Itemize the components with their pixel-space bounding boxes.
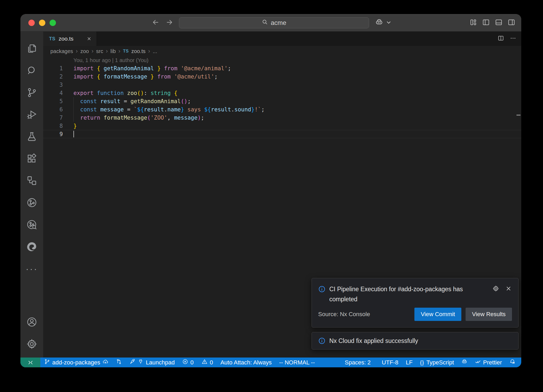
notification-message: Nx Cloud fix applied successfully [329,337,418,345]
formatter-label: Prettier [483,359,502,366]
code-content: } [73,123,77,129]
copilot-icon [461,359,467,366]
split-editor-icon[interactable] [497,35,504,43]
text-cursor [73,131,74,137]
notification-message: CI Pipeline Execution for #add-zoo-packa… [329,284,483,304]
auto-attach-label: Auto Attach: Always [220,359,272,366]
code-content: const result = getRandomAnimal(); [73,98,191,104]
minimize-window-button[interactable] [39,20,45,26]
launchpad-status[interactable]: Launchpad [126,358,178,367]
info-icon [318,337,326,345]
encoding-status[interactable]: UTF-8 [378,358,402,367]
copilot-status[interactable] [458,358,471,367]
back-arrow-icon[interactable] [152,18,160,27]
line-number[interactable]: 7 [43,115,73,121]
code-line[interactable]: 6 const message = `${result.name} says $… [43,105,521,114]
line-number[interactable]: 8 [43,123,73,129]
notification-center: CI Pipeline Execution for #add-zoo-packa… [312,278,519,350]
breadcrumb-separator: › [76,48,78,55]
launchpad-label: Launchpad [146,359,175,366]
typescript-file-icon: TS [49,36,55,42]
search-input[interactable]: acme [179,17,369,28]
extensions-icon[interactable] [20,147,43,169]
overview-ruler-mark [516,115,520,116]
explorer-icon[interactable] [20,37,43,59]
breadcrumb-item[interactable]: packages [50,48,73,54]
breadcrumb-file[interactable]: zoo.ts [131,48,145,54]
vim-mode-status[interactable]: -- NORMAL -- [275,358,319,367]
zoom-window-button[interactable] [50,20,56,26]
more-views-icon[interactable]: ··· [20,258,43,280]
breadcrumb-overflow[interactable]: ... [153,48,157,54]
breadcrumb-item[interactable]: src [96,48,103,54]
eol-status[interactable]: LF [402,358,416,367]
indentation-status[interactable]: Spaces: 2 [341,358,374,367]
titlebar: acme [20,14,521,32]
git-compare-status[interactable] [112,358,126,367]
run-debug-icon[interactable] [20,103,43,125]
line-number[interactable]: 3 [43,82,73,88]
close-window-button[interactable] [28,20,35,26]
toggle-secondary-sidebar-icon[interactable] [507,18,515,27]
line-number[interactable]: 4 [43,90,73,96]
code-line[interactable]: 4export function zoo(): string { [43,89,521,97]
formatter-status[interactable]: Prettier [471,358,506,367]
testing-icon[interactable] [20,125,43,147]
nx-console-icon[interactable] [20,191,43,214]
line-number[interactable]: 5 [43,98,73,104]
breadcrumb-separator: › [91,48,93,55]
notification-ci-pipeline: CI Pipeline Execution for #add-zoo-packa… [312,278,519,328]
code-lines: 1import { getRandomAnimal } from '@acme/… [43,64,521,138]
code-line[interactable]: 1import { getRandomAnimal } from '@acme/… [43,64,521,72]
edge-browser-icon[interactable] [20,236,43,258]
search-sidebar-icon[interactable] [20,59,43,81]
problems-status[interactable]: 0 0 [178,358,217,367]
vscode-window: acme [20,14,521,367]
source-control-icon[interactable] [20,81,43,103]
line-number[interactable]: 2 [43,73,73,80]
remote-indicator[interactable] [20,358,40,367]
line-number[interactable]: 9 [43,131,73,137]
code-line[interactable]: 8} [43,122,521,130]
settings-gear-icon[interactable] [20,333,43,355]
notification-close-icon[interactable] [505,285,512,293]
copilot-icon [375,18,383,27]
code-content: const message = `${result.name} says ${r… [73,106,265,113]
double-check-icon [475,359,481,366]
forward-arrow-icon[interactable] [165,18,173,27]
view-commit-button[interactable]: View Commit [414,308,461,321]
nx-cloud-icon[interactable] [20,214,43,236]
code-line[interactable]: 2import { formatMessage } from '@acme/ut… [43,72,521,81]
language-status[interactable]: {} TypeScript [416,358,458,367]
customize-layout-icon[interactable] [469,18,477,27]
breadcrumb-item[interactable]: zoo [80,48,89,54]
code-line[interactable]: 5 const result = getRandomAnimal(); [43,97,521,105]
notification-settings-gear-icon[interactable] [492,285,499,293]
toggle-primary-sidebar-icon[interactable] [482,18,490,27]
tab-label: zoo.ts [59,36,73,42]
line-number[interactable]: 6 [43,106,73,113]
auto-attach-status[interactable]: Auto Attach: Always [217,358,275,367]
references-icon[interactable] [20,169,43,191]
breadcrumb: packages › zoo › src › lib › TS zoo.ts ›… [43,46,521,56]
notification-source: Source: Nx Console [318,311,370,318]
toggle-panel-icon[interactable] [495,18,503,27]
account-icon[interactable] [20,311,43,333]
breadcrumb-item[interactable]: lib [111,48,116,54]
copilot-menu[interactable] [375,14,393,32]
git-branch-status[interactable]: add-zoo-packages [40,358,112,367]
spaces-label: Spaces: 2 [345,359,371,366]
notifications-bell[interactable] [506,358,519,367]
warning-count: 0 [210,359,213,366]
git-compare-icon [116,359,122,366]
search-icon [262,19,268,27]
view-results-button[interactable]: View Results [466,308,512,321]
editor-actions-more-icon[interactable] [510,35,516,43]
tab-zoo-ts[interactable]: TS zoo.ts [43,32,97,46]
code-line[interactable]: 7 return formatMessage('ZOO', message); [43,114,521,122]
plug-icon [138,359,144,366]
line-number[interactable]: 1 [43,65,73,72]
code-line[interactable]: 9 [43,130,521,138]
tab-close-icon[interactable] [86,36,92,41]
code-line[interactable]: 3 [43,81,521,89]
